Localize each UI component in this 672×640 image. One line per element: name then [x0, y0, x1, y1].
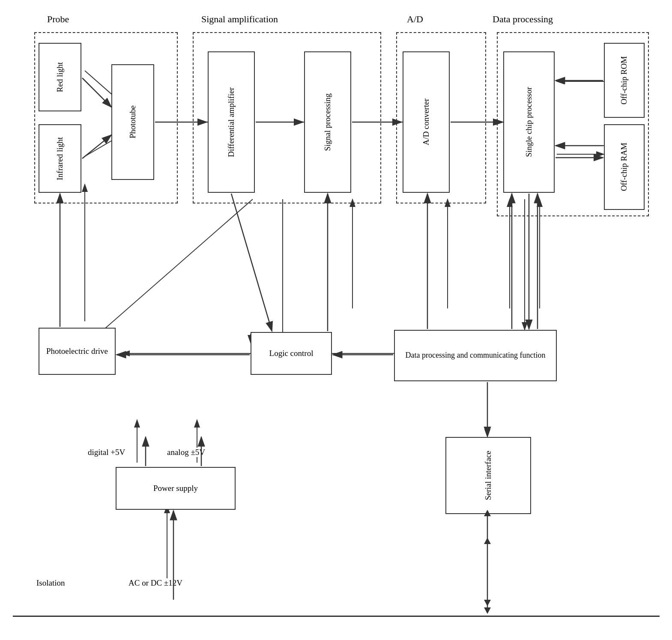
off-chip-rom-box: Off-chip ROM	[604, 43, 645, 118]
photoelectric-drive-box: Photoelectric drive	[39, 328, 116, 375]
diagram-container: Probe Signal amplification A/D Data proc…	[13, 9, 660, 630]
svg-marker-35	[484, 600, 491, 606]
section-ad-label: A/D	[407, 14, 423, 25]
svg-line-54	[231, 194, 272, 331]
bottom-line	[13, 616, 660, 617]
power-supply-box: Power supply	[116, 467, 236, 510]
signal-processing-box: Signal processing	[304, 51, 351, 193]
logic-control-box: Logic control	[251, 332, 332, 375]
ac-dc-label: AC or DC ±12V	[128, 578, 182, 588]
section-signal-amp-label: Signal amplification	[201, 14, 278, 25]
off-chip-ram-box: Off-chip RAM	[604, 124, 645, 210]
svg-marker-61	[484, 607, 491, 614]
digital-5v-label: digital +5V	[88, 448, 125, 457]
data-proc-comm-box: Data processing and communicating functi…	[394, 330, 557, 381]
svg-line-22	[99, 199, 253, 334]
serial-interface-box: Serial interface	[445, 437, 531, 514]
section-probe-label: Probe	[47, 14, 69, 25]
ad-converter-box: A/D converter	[403, 51, 450, 193]
svg-marker-34	[484, 538, 491, 544]
differential-amplifier-box: Differential amplifier	[208, 51, 255, 193]
single-chip-box: Single chip processor	[503, 51, 555, 193]
infrared-light-box: Infrared light	[39, 124, 81, 193]
analog-5v-label: analog ±5V	[167, 448, 205, 457]
red-light-box: Red light	[39, 43, 81, 111]
isolation-label: Isolation	[36, 578, 65, 588]
section-data-proc-label: Data processing	[493, 14, 553, 25]
phototube-box: Phototube	[111, 64, 154, 180]
